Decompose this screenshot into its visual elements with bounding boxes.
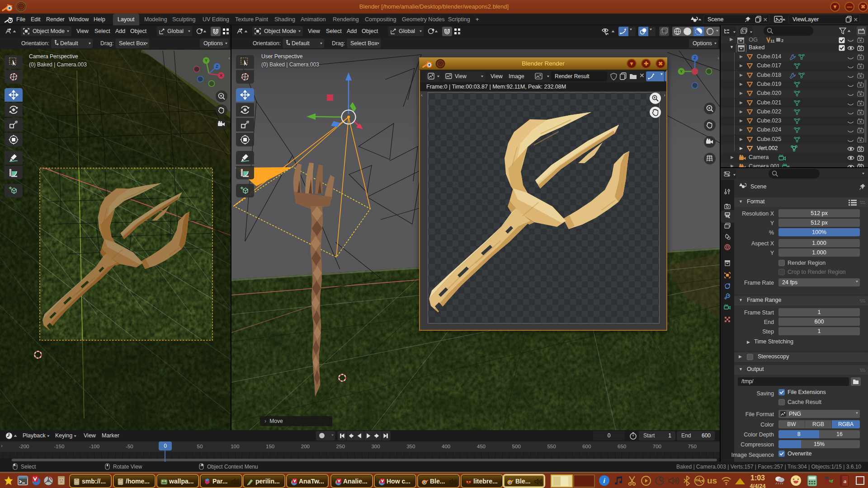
svg-text:X: X — [220, 73, 222, 78]
svg-text:Z: Z — [216, 64, 218, 69]
svg-text:11: 11 — [770, 39, 775, 43]
svg-text:Y: Y — [680, 69, 683, 74]
svg-text:2: 2 — [781, 38, 783, 43]
svg-text:Y: Y — [205, 58, 208, 63]
svg-text:a: a — [844, 478, 847, 484]
svg-text:Z: Z — [693, 56, 696, 60]
